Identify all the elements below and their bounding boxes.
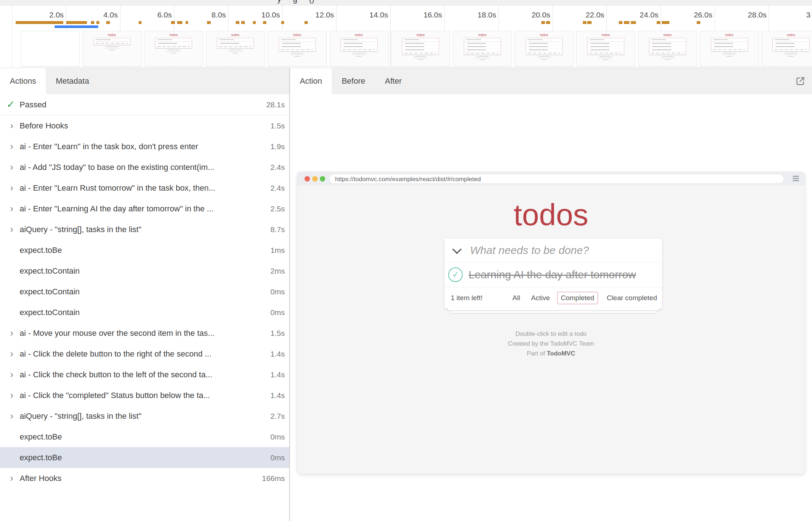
new-todo-row: What needs to be done? (445, 239, 662, 262)
action-duration: 0ms (267, 287, 289, 296)
url-text: https://todomvc.com/examples/react/dist/… (335, 176, 481, 183)
timeline-tick-label: 2.0s (34, 11, 64, 19)
action-duration: 1.9s (267, 142, 289, 151)
filter-all[interactable]: All (509, 292, 524, 304)
timeline-activity-mark (171, 21, 175, 24)
browser-snapshot: https://todomvc.com/examples/react/dist/… (297, 172, 805, 474)
traffic-light-minimize-icon (312, 176, 318, 182)
footer-partof: Part of TodoMVC (297, 349, 805, 358)
test-status-row[interactable]: ✓ Passed 28.1s (0, 94, 289, 115)
film-strip-thumbnail[interactable]: todos (576, 31, 635, 67)
action-label: ai - Enter "Learn" in the task box, don'… (20, 142, 267, 151)
action-row[interactable]: ›ai - Enter "Learn" in the task box, don… (0, 136, 289, 157)
filter-completed[interactable]: Completed (557, 292, 598, 304)
action-duration: 0ms (267, 308, 289, 317)
action-row[interactable]: ›ai - Click the delete button to the rig… (0, 343, 289, 364)
chevron-right-icon[interactable]: › (6, 183, 20, 192)
film-strip-thumbnail[interactable]: todos (391, 31, 450, 67)
timeline-tick-label: 28.0s (737, 11, 767, 19)
timeline-activity-mark (657, 21, 660, 24)
timeline-activity-mark (16, 21, 63, 24)
chevron-right-icon[interactable]: › (6, 349, 20, 358)
film-strip-thumbnail[interactable]: todos (83, 31, 142, 67)
test-status-label: Passed (20, 100, 263, 110)
open-external-icon[interactable] (795, 75, 806, 87)
todo-item-row: ✓ Learning AI the day after tomorrow (445, 262, 662, 287)
film-strip-thumbnail[interactable]: todos (268, 31, 327, 67)
action-row[interactable]: ›aiQuery - "string[], tasks in the list"… (0, 219, 289, 240)
action-row[interactable]: ›ai - Add "JS today" to base on the exis… (0, 157, 289, 178)
filters: AllActiveCompleted (509, 292, 598, 304)
action-row[interactable]: expect.toContain2ms (0, 260, 289, 281)
chevron-right-icon[interactable]: › (6, 370, 20, 379)
timeline-tick-label: 12.0s (304, 11, 334, 19)
timeline-activity-mark (624, 21, 629, 24)
film-strip-thumbnail[interactable]: todos (144, 31, 203, 67)
chevron-right-icon[interactable]: › (6, 391, 20, 400)
action-row[interactable]: expect.toBe1ms (0, 240, 289, 260)
timeline-tick-label: 6.0s (142, 11, 172, 19)
action-row[interactable]: ›ai - Click the "completed" Status butto… (0, 385, 289, 406)
chevron-right-icon[interactable]: › (6, 121, 20, 130)
film-strip-thumbnail[interactable] (21, 31, 80, 67)
new-todo-placeholder[interactable]: What needs to be done? (470, 244, 589, 256)
tab-actions[interactable]: Actions (0, 68, 46, 94)
snapshot-panel: ActionBeforeAfter https://todomvc.com/ex… (290, 68, 812, 521)
action-row[interactable]: ›After Hooks166ms (0, 468, 289, 489)
todo-checked-icon[interactable]: ✓ (448, 267, 463, 282)
action-row[interactable]: expect.toBe0ms (0, 447, 289, 468)
tab-before[interactable]: Before (332, 68, 375, 94)
toggle-all-chevron-icon[interactable] (452, 244, 461, 254)
action-row[interactable]: ›ai - Move your mouse over the second it… (0, 323, 289, 343)
action-row[interactable]: ›ai - Enter "Learning AI the day after t… (0, 198, 289, 219)
timeline-activity-mark (253, 21, 256, 24)
action-row[interactable]: expect.toContain0ms (0, 302, 289, 323)
film-strip-thumbnail[interactable]: todos (700, 31, 759, 67)
thumbnail-card (341, 38, 378, 52)
timeline-activity-mark (263, 21, 266, 24)
timeline-activity-mark (241, 21, 245, 24)
clear-completed-button[interactable]: Clear completed (607, 294, 657, 302)
film-strip-thumbnail[interactable]: todos (638, 31, 697, 67)
action-row[interactable]: ›ai - Click the check button to the left… (0, 364, 289, 385)
action-row[interactable]: expect.toBe0ms (0, 426, 289, 447)
thumbnail-todos-title: todos (330, 33, 388, 37)
film-strip-thumbnail[interactable]: todos (453, 31, 512, 67)
film-strip-thumbnail[interactable]: todos (761, 31, 812, 67)
timeline-activity-mark (91, 21, 94, 24)
chevron-right-icon[interactable]: › (6, 411, 20, 421)
traffic-light-zoom-icon (320, 176, 325, 182)
action-row[interactable]: ›Before Hooks1.5s (0, 115, 289, 136)
action-duration: 0ms (267, 453, 289, 462)
tab-action[interactable]: Action (290, 68, 332, 94)
tab-after[interactable]: After (375, 68, 411, 94)
timeline-tick-label: 8.0s (196, 11, 226, 19)
timeline-activity-mark (96, 21, 99, 24)
film-strip-thumbnail[interactable]: todos (330, 31, 389, 67)
thumbnail-card (464, 38, 501, 55)
action-label: expect.toBe (20, 453, 267, 462)
film-strip-thumbnail[interactable]: todos (206, 31, 265, 67)
chevron-right-icon[interactable]: › (6, 225, 20, 234)
chevron-right-icon[interactable]: › (6, 163, 20, 172)
filter-active[interactable]: Active (528, 292, 554, 304)
film-strip-thumbnail[interactable]: todos (515, 31, 574, 67)
chevron-right-icon[interactable]: › (6, 474, 20, 483)
todo-card: What needs to be done? ✓ Learning AI the… (445, 239, 662, 309)
chevron-right-icon[interactable]: › (6, 204, 20, 213)
url-bar[interactable]: https://todomvc.com/examples/react/dist/… (329, 174, 784, 184)
chevron-right-icon[interactable]: › (6, 142, 20, 151)
action-duration: 1ms (267, 246, 289, 255)
test-status-duration: 28.1s (263, 100, 289, 109)
thumbnail-todos-title: todos (577, 33, 635, 37)
timeline-activity-mark (631, 21, 636, 24)
footer-partof-brand[interactable]: TodoMVC (547, 350, 575, 357)
tab-metadata[interactable]: Metadata (46, 68, 99, 94)
action-row[interactable]: ›ai - Enter "Learn Rust tomorrow" in the… (0, 178, 289, 198)
action-row[interactable]: ›aiQuery - "string[], tasks in the list"… (0, 406, 289, 426)
timeline[interactable]: 3 2.0s4.0s6.0s8.0s10.0s12.0s14.0s16.0s18… (0, 5, 812, 68)
timeline-tick-label: 14.0s (358, 11, 388, 19)
chevron-right-icon[interactable]: › (6, 329, 20, 338)
todo-item-text: Learning AI the day after tomorrow (469, 269, 636, 281)
action-row[interactable]: expect.toContain0ms (0, 281, 289, 302)
